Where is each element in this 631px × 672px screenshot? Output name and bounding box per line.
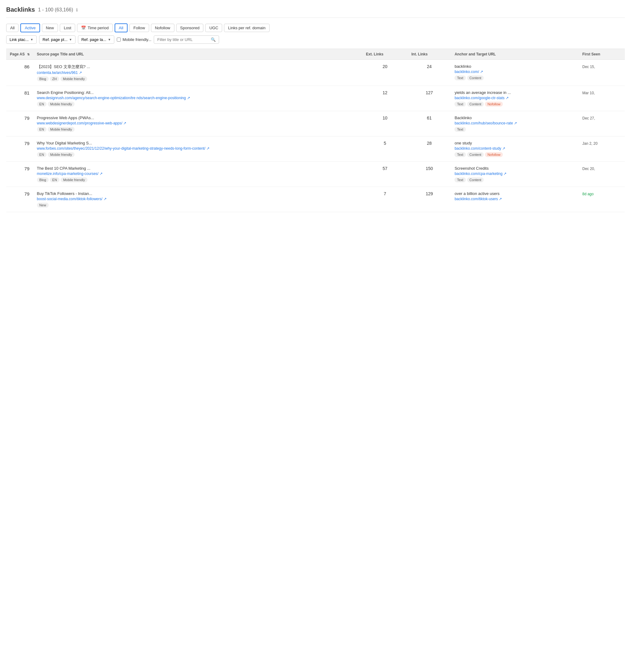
cell-source-page: Progressive Web Apps (PWAs...www.webdesi… (33, 111, 362, 137)
source-title: 【2023】SEO 文章怎麼寫? ... (37, 64, 359, 70)
filter-time-period[interactable]: 📅 Time period (77, 24, 113, 32)
source-url[interactable]: www.webdesignerdepot.com/progressive-web… (37, 121, 359, 125)
cell-anchor-target: over a billion active usersbacklinko.com… (451, 187, 579, 212)
source-tags: BlogZHMobile friendly (37, 76, 359, 81)
tag: EN (50, 177, 60, 182)
col-source-page: Source page Title and URL (33, 49, 362, 60)
anchor-text: Backlinko (454, 116, 575, 120)
source-url[interactable]: boost-social-media.com/tiktok-followers/… (37, 197, 359, 201)
target-url[interactable]: backlinko.com/ ↗ (454, 70, 522, 74)
cell-page-as: 86 (6, 60, 33, 86)
first-seen-value: 8d ago (582, 192, 594, 196)
cell-ext-links: 12 (362, 86, 408, 111)
cell-ext-links: 10 (362, 111, 408, 137)
cell-first-seen: Jan 2, 20 (579, 137, 625, 162)
filter-nofollow[interactable]: Nofollow (151, 24, 174, 32)
cell-page-as: 79 (6, 187, 33, 212)
table-row: 79Progressive Web Apps (PWAs...www.webde… (6, 111, 625, 137)
page-header: Backlinks 1 - 100 (63,166) ℹ (6, 6, 625, 18)
page-title: Backlinks (6, 6, 35, 13)
cell-anchor-target: yields an average increase in ...backlin… (451, 86, 579, 111)
cell-anchor-target: one studybacklinko.com/content-study ↗Te… (451, 137, 579, 162)
cell-ext-links: 5 (362, 137, 408, 162)
source-tags: ENMobile friendly (37, 102, 359, 106)
target-tag: Nofollow (485, 152, 503, 157)
col-ext-links: Ext. Links (362, 49, 408, 60)
target-tag: Text (454, 152, 466, 157)
table-row: 86【2023】SEO 文章怎麼寫? ...contenta.tw/archiv… (6, 60, 625, 86)
col-anchor: Anchor and Target URL (451, 49, 579, 60)
target-tag: Text (454, 127, 466, 132)
filter-active[interactable]: Active (20, 23, 40, 32)
target-url[interactable]: backlinko.com/tiktok-users ↗ (454, 197, 522, 201)
filter-lost[interactable]: Lost (60, 24, 75, 32)
source-url[interactable]: www.designrush.com/agency/search-engine-… (37, 96, 359, 100)
cell-anchor-target: Screenshot Creditsbacklinko.com/cpa-mark… (451, 162, 579, 187)
source-title: Progressive Web Apps (PWAs... (37, 116, 359, 120)
first-seen-value: Mar 10, (582, 91, 595, 95)
filter-links-per-ref[interactable]: Links per ref. domain (224, 24, 269, 32)
filter-follow[interactable]: Follow (130, 24, 149, 32)
dropdown-ref-page-language[interactable]: Ref. page la... ▼ (78, 35, 114, 44)
source-tags: New (37, 202, 359, 208)
cell-page-as: 79 (6, 162, 33, 187)
source-url[interactable]: monetize.info/cpa-marketing-courses/ ↗ (37, 171, 359, 176)
target-tag: Text (454, 75, 466, 80)
target-tag: Text (454, 102, 466, 106)
filter-sponsored[interactable]: Sponsored (176, 24, 204, 32)
anchor-text: Screenshot Credits (454, 166, 575, 171)
target-url[interactable]: backlinko.com/hub/seo/bounce-rate ↗ (454, 121, 522, 125)
dropdown-link-placement[interactable]: Link plac... ▼ (6, 35, 37, 44)
target-tag: Content (467, 75, 484, 80)
cell-source-page: Search Engine Positioning: All...www.des… (33, 86, 362, 111)
cell-source-page: The Best 10 CPA Marketing ...monetize.in… (33, 162, 362, 187)
mobile-friendly-checkbox[interactable] (117, 38, 121, 42)
target-tag: Content (467, 152, 484, 157)
cell-first-seen: 8d ago (579, 187, 625, 212)
search-box: 🔍 (154, 35, 219, 44)
target-tags: TextContentNofollow (454, 102, 575, 106)
cell-ext-links: 7 (362, 187, 408, 212)
target-url[interactable]: backlinko.com/cpa-marketing ↗ (454, 171, 522, 176)
cell-int-links: 129 (407, 187, 451, 212)
col-first-seen: First Seen (579, 49, 625, 60)
cell-anchor-target: Backlinkobacklinko.com/hub/seo/bounce-ra… (451, 111, 579, 137)
search-icon[interactable]: 🔍 (211, 37, 216, 42)
cell-page-as: 79 (6, 137, 33, 162)
tag: ZH (50, 76, 60, 81)
mobile-friendly-filter[interactable]: Mobile friendly... (117, 37, 151, 42)
anchor-text: one study (454, 141, 575, 145)
filter-row-2: Link plac... ▼ Ref. page pl... ▼ Ref. pa… (6, 35, 625, 44)
target-tags: Text (454, 127, 575, 132)
target-url[interactable]: backlinko.com/google-ctr-stats ↗ (454, 96, 522, 100)
tag: Blog (37, 76, 49, 81)
source-url[interactable]: www.forbes.com/sites/theyec/2021/12/22/w… (37, 146, 359, 151)
source-title: Why Your Digital Marketing S... (37, 141, 359, 145)
col-page-as[interactable]: Page AS ⇅ (6, 49, 33, 60)
filter-all[interactable]: All (6, 24, 19, 32)
target-url[interactable]: backlinko.com/content-study ↗ (454, 146, 522, 151)
first-seen-value: Dec 15, (582, 65, 595, 69)
calendar-icon: 📅 (81, 26, 86, 30)
filter-link-all[interactable]: All (115, 23, 127, 32)
table-row: 79Why Your Digital Marketing S...www.for… (6, 137, 625, 162)
tag: New (37, 202, 49, 208)
table-row: 81Search Engine Positioning: All...www.d… (6, 86, 625, 111)
table-row: 79The Best 10 CPA Marketing ...monetize.… (6, 162, 625, 187)
target-tags: TextContent (454, 75, 575, 80)
filter-ugc[interactable]: UGC (205, 24, 222, 32)
anchor-text: backlinko (454, 64, 575, 69)
tag: Mobile friendly (48, 152, 74, 157)
search-input[interactable] (157, 37, 209, 42)
chevron-down-icon: ▼ (69, 38, 72, 41)
filter-new[interactable]: New (42, 24, 58, 32)
cell-ext-links: 20 (362, 60, 408, 86)
backlinks-table: Page AS ⇅ Source page Title and URL Ext.… (6, 49, 625, 212)
tag: Mobile friendly (48, 127, 74, 132)
target-tag: Content (467, 102, 484, 106)
dropdown-ref-page-placement[interactable]: Ref. page pl... ▼ (39, 35, 75, 44)
chevron-down-icon: ▼ (30, 38, 33, 41)
source-url[interactable]: contenta.tw/archives/961 ↗ (37, 71, 359, 75)
info-icon[interactable]: ℹ (76, 7, 78, 12)
source-title: Search Engine Positioning: All... (37, 90, 359, 95)
